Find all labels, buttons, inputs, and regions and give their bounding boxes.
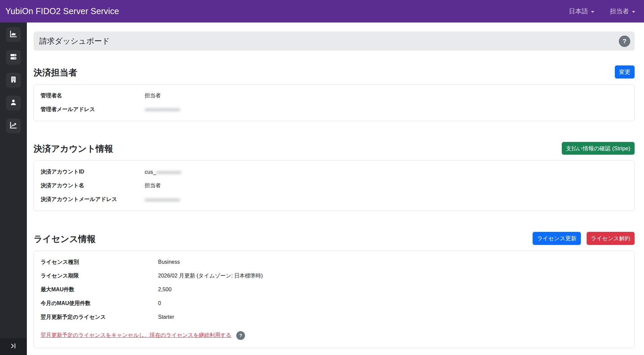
license-renew-button[interactable]: ライセンス更新 — [533, 232, 581, 245]
row-value: Business — [158, 259, 180, 265]
license-cancel-button[interactable]: ライセンス解約 — [587, 232, 635, 245]
license-cancel-link-row: 翌月更新予定のライセンスをキャンセルし、現在のライセンスを継続利用する ? — [34, 324, 634, 344]
row-label: 決済アカウントメールアドレス — [34, 196, 145, 203]
row-label: 今月のMAU使用件数 — [34, 300, 158, 307]
language-menu-label: 日本語 — [569, 7, 588, 16]
person-icon — [9, 98, 18, 108]
app-header: YubiOn FIDO2 Server Service 日本語 担当者 — [0, 0, 644, 22]
row-value: ●●●●●●●●●●●●●● — [145, 197, 180, 202]
table-row: 決済アカウント名 担当者 — [34, 179, 634, 193]
redacted-email-value: ●●●●●●●●●●●●●● — [145, 107, 180, 112]
row-label: 決済アカウント名 — [34, 182, 145, 189]
license-buttons: ライセンス更新 ライセンス解約 — [533, 232, 635, 245]
row-value: ●●●●●●●●●●●●●● — [145, 107, 180, 112]
payment-account-heading: 決済アカウント情報 — [34, 143, 113, 155]
chevron-down-icon — [632, 11, 635, 13]
payment-manager-heading: 決済担当者 — [34, 67, 77, 79]
table-row: 管理者メールアドレス ●●●●●●●●●●●●●● — [34, 103, 634, 116]
cancel-next-license-link[interactable]: 翌月更新予定のライセンスをキャンセルし、現在のライセンスを継続利用する — [41, 332, 231, 339]
language-menu[interactable]: 日本語 — [569, 7, 594, 16]
payment-account-section-head: 決済アカウント情報 支払い情報の確認 (Stripe) — [34, 142, 635, 155]
payment-manager-section-head: 決済担当者 変更 — [34, 65, 635, 79]
license-card: ライセンス種別 Business ライセンス期限 2026/02 月更新 (タイ… — [34, 251, 635, 348]
page-title: 請求ダッシュボード — [39, 36, 110, 46]
table-row: ライセンス種別 Business — [34, 255, 634, 269]
payment-manager-card: 管理者名 担当者 管理者メールアドレス ●●●●●●●●●●●●●● — [34, 84, 635, 121]
page-help-icon[interactable]: ? — [619, 36, 630, 47]
payment-account-card: 決済アカウントID cus_ ●●●●●●●●●● 決済アカウント名 担当者 決… — [34, 160, 635, 211]
row-label: 最大MAU件数 — [34, 286, 158, 293]
stripe-payment-info-button[interactable]: 支払い情報の確認 (Stripe) — [562, 142, 635, 155]
server-icon — [9, 52, 18, 62]
row-value: cus_ ●●●●●●●●●● — [145, 169, 181, 175]
row-value: 担当者 — [145, 92, 161, 99]
row-value: 2026/02 月更新 (タイムゾーン: 日本標準時) — [158, 272, 263, 280]
header-menus: 日本語 担当者 — [569, 7, 635, 16]
row-value: Starter — [158, 314, 174, 320]
row-label: ライセンス期限 — [34, 272, 158, 280]
row-value: 担当者 — [145, 182, 161, 189]
change-manager-button[interactable]: 変更 — [615, 65, 635, 79]
table-row: 決済アカウントID cus_ ●●●●●●●●●● — [34, 165, 634, 179]
license-section-head: ライセンス情報 ライセンス更新 ライセンス解約 — [34, 232, 635, 245]
sidebar — [0, 22, 27, 355]
sidebar-collapse-toggle[interactable] — [0, 338, 27, 355]
table-row: 管理者名 担当者 — [34, 89, 634, 103]
redacted-email-value: ●●●●●●●●●●●●●● — [145, 197, 180, 202]
row-value: 0 — [158, 300, 161, 306]
collapse-sidebar-icon — [9, 342, 17, 351]
page-titlebar: 請求ダッシュボード ? — [34, 32, 635, 51]
sidebar-item-reports[interactable] — [6, 118, 21, 133]
user-menu-label: 担当者 — [610, 7, 629, 16]
table-row: ライセンス期限 2026/02 月更新 (タイムゾーン: 日本標準時) — [34, 269, 634, 283]
chevron-down-icon — [591, 11, 594, 13]
user-menu[interactable]: 担当者 — [610, 7, 635, 16]
table-row: 決済アカウントメールアドレス ●●●●●●●●●●●●●● — [34, 193, 634, 206]
table-row: 最大MAU件数 2,500 — [34, 283, 634, 297]
row-label: 翌月更新予定のライセンス — [34, 314, 158, 321]
redacted-account-id-value: ●●●●●●●●●● — [156, 169, 181, 175]
row-label: 決済アカウントID — [34, 168, 145, 175]
row-label: 管理者メールアドレス — [34, 106, 145, 113]
row-value: 2,500 — [158, 287, 171, 293]
table-row: 今月のMAU使用件数 0 — [34, 297, 634, 310]
sidebar-item-users[interactable] — [6, 96, 21, 110]
row-label: 管理者名 — [34, 92, 145, 99]
main-content: 請求ダッシュボード ? 決済担当者 変更 管理者名 担当者 管理者メールアドレス… — [27, 22, 644, 355]
license-help-icon[interactable]: ? — [236, 331, 245, 340]
table-row: 翌月更新予定のライセンス Starter — [34, 310, 634, 324]
sidebar-item-organization[interactable] — [6, 73, 21, 88]
building-icon — [9, 75, 18, 85]
account-id-prefix: cus_ — [145, 169, 156, 175]
sidebar-item-dashboard[interactable] — [6, 27, 21, 42]
area-chart-icon — [9, 30, 18, 40]
row-label: ライセンス種別 — [34, 259, 158, 266]
sidebar-item-servers[interactable] — [6, 50, 21, 65]
license-heading: ライセンス情報 — [34, 233, 96, 245]
app-title[interactable]: YubiOn FIDO2 Server Service — [5, 6, 119, 16]
line-chart-icon — [9, 121, 18, 131]
